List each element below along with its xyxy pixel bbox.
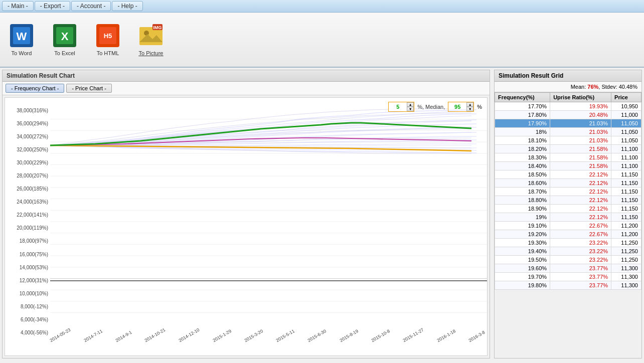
price-cell: 11,300	[611, 273, 641, 281]
table-row[interactable]: 18.60%22.12%11,150	[495, 179, 641, 188]
to-html-button[interactable]: H5 To HTML	[91, 21, 124, 58]
tab-price-chart[interactable]: - Price Chart -	[66, 84, 111, 93]
y-label-16: 6,000(-34%)	[5, 317, 50, 322]
freq-cell: 17.90%	[495, 119, 550, 128]
freq-cell: 17.70%	[495, 102, 550, 111]
price-cell: 11,050	[611, 119, 641, 128]
table-row[interactable]: 18.80%22.12%11,150	[495, 196, 641, 205]
uprise-cell: 22.12%	[550, 196, 611, 205]
menu-bar: - Main - - Export - - Account - - Help -	[0, 0, 644, 13]
chart-controls: ▲ ▼ %, Median, ▲ ▼ %	[388, 102, 482, 112]
table-row[interactable]: 18.40%21.58%11,100	[495, 162, 641, 170]
menu-account[interactable]: - Account -	[71, 1, 111, 11]
svg-text:H5: H5	[104, 32, 112, 40]
table-row[interactable]: 19.10%22.67%11,200	[495, 222, 641, 230]
y-label-12: 14,000(53%)	[5, 265, 50, 270]
spin-up-2[interactable]: ▲	[466, 102, 473, 107]
uprise-cell: 22.67%	[550, 230, 611, 239]
uprise-cell: 22.67%	[550, 222, 611, 230]
grid-panel-title: Simulation Result Grid	[495, 70, 641, 82]
uprise-cell: 23.22%	[550, 256, 611, 264]
table-row[interactable]: 17.70%19.93%10,950	[495, 102, 641, 111]
percent-symbol: %	[477, 104, 482, 110]
freq-cell: 18.30%	[495, 153, 550, 162]
table-row[interactable]: 19.50%23.22%11,250	[495, 256, 641, 264]
stdev-value: 40.48%	[619, 84, 637, 90]
chart-area: ▲ ▼ %, Median, ▲ ▼ % 38,000(316%) 36,00	[5, 97, 488, 356]
grid-panel: Simulation Result Grid Mean: 76%, Stdev:…	[494, 70, 642, 358]
html-icon: H5	[95, 23, 120, 48]
table-row[interactable]: 19.80%23.77%11,300	[495, 281, 641, 290]
spin-down-1[interactable]: ▼	[407, 107, 414, 111]
svg-text:W: W	[17, 30, 27, 43]
price-cell: 11,150	[611, 179, 641, 188]
x-axis-labels: 2014-05-23 2014-7-11 2014-9-1 2014-10-21…	[50, 334, 487, 354]
median-value-1-input[interactable]	[389, 104, 407, 110]
table-row[interactable]: 17.90%21.03%11,050	[495, 119, 641, 128]
median-label: %, Median,	[417, 104, 445, 110]
freq-cell: 18.80%	[495, 196, 550, 205]
median-value-2-input[interactable]	[448, 104, 466, 110]
spin-up-1[interactable]: ▲	[407, 102, 414, 107]
table-row[interactable]: 18.20%21.58%11,100	[495, 145, 641, 153]
freq-cell: 18.60%	[495, 179, 550, 188]
uprise-cell: 22.12%	[550, 179, 611, 188]
table-row[interactable]: 18.10%21.03%11,050	[495, 136, 641, 145]
main-content: Simulation Result Chart - Frequency Char…	[0, 68, 644, 360]
menu-help[interactable]: - Help -	[112, 1, 142, 11]
tab-frequency-chart[interactable]: - Frequency Chart -	[6, 84, 64, 93]
y-label-17: 4,000(-56%)	[5, 330, 50, 335]
freq-cell: 18.90%	[495, 205, 550, 213]
mean-value: 76%	[587, 84, 598, 90]
to-picture-button[interactable]: IMG To Picture	[134, 21, 168, 58]
spin-down-2[interactable]: ▼	[466, 107, 473, 111]
table-row[interactable]: 19%22.12%11,150	[495, 213, 641, 222]
to-word-label: To Word	[12, 50, 32, 56]
uprise-cell: 21.58%	[550, 153, 611, 162]
table-row[interactable]: 19.40%23.22%11,250	[495, 247, 641, 256]
price-cell: 11,000	[611, 111, 641, 119]
y-label-6: 26,000(185%)	[5, 186, 50, 192]
table-row[interactable]: 19.60%23.77%11,300	[495, 264, 641, 273]
table-row[interactable]: 18%21.03%11,050	[495, 128, 641, 136]
menu-export[interactable]: - Export -	[35, 1, 70, 11]
freq-cell: 18.70%	[495, 188, 550, 196]
grid-table-container[interactable]: Frequency(%) Uprise Ratio(%) Price 17.70…	[495, 92, 641, 358]
price-cell: 11,300	[611, 264, 641, 273]
table-row[interactable]: 19.20%22.67%11,200	[495, 230, 641, 239]
table-row[interactable]: 18.90%22.12%11,150	[495, 205, 641, 213]
price-cell: 11,250	[611, 239, 641, 247]
table-row[interactable]: 19.70%23.77%11,300	[495, 273, 641, 281]
uprise-cell: 21.03%	[550, 119, 611, 128]
table-row[interactable]: 17.80%20.48%11,000	[495, 111, 641, 119]
y-label-1: 36,000(294%)	[5, 121, 50, 126]
table-row[interactable]: 18.70%22.12%11,150	[495, 188, 641, 196]
table-row[interactable]: 18.50%22.12%11,150	[495, 170, 641, 179]
price-cell: 10,950	[611, 102, 641, 111]
price-cell: 11,250	[611, 256, 641, 264]
price-cell: 11,100	[611, 145, 641, 153]
uprise-cell: 23.77%	[550, 281, 611, 290]
to-picture-label: To Picture	[139, 50, 164, 56]
table-row[interactable]: 19.30%23.22%11,250	[495, 239, 641, 247]
freq-cell: 18.10%	[495, 136, 550, 145]
uprise-cell: 21.03%	[550, 136, 611, 145]
col-price: Price	[611, 93, 641, 102]
y-label-10: 18,000(97%)	[5, 238, 50, 244]
y-label-11: 16,000(75%)	[5, 252, 50, 257]
uprise-cell: 22.12%	[550, 188, 611, 196]
uprise-cell: 21.58%	[550, 145, 611, 153]
uprise-cell: 23.77%	[550, 264, 611, 273]
uprise-cell: 21.03%	[550, 128, 611, 136]
freq-cell: 19.60%	[495, 264, 550, 273]
price-cell: 11,050	[611, 136, 641, 145]
menu-main[interactable]: - Main -	[2, 1, 34, 11]
toolbar: W To Word X To Excel H5 To HTML	[0, 13, 644, 68]
price-cell: 11,050	[611, 128, 641, 136]
to-word-button[interactable]: W To Word	[5, 21, 38, 58]
y-label-8: 22,000(141%)	[5, 212, 50, 218]
y-label-13: 12,000(31%)	[5, 278, 50, 283]
to-excel-button[interactable]: X To Excel	[48, 21, 81, 58]
freq-cell: 19%	[495, 213, 550, 222]
table-row[interactable]: 18.30%21.58%11,100	[495, 153, 641, 162]
